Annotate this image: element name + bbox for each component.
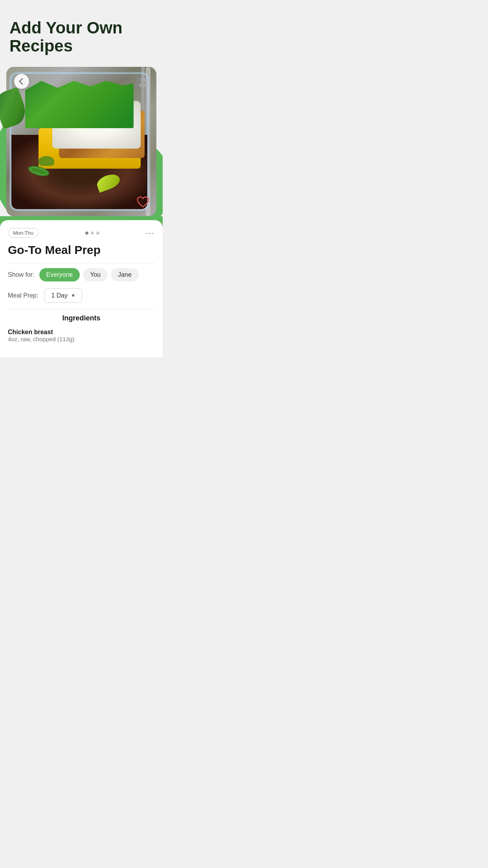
show-for-label: Show for: (8, 271, 35, 278)
svg-point-0 (136, 77, 141, 83)
meal-prep-label: Meal Prep: (8, 292, 38, 299)
divider-1 (8, 263, 155, 263)
filter-buttons: Everyone You Jane (39, 268, 139, 281)
dot-1 (85, 232, 88, 235)
meal-prep-select[interactable]: 1 Day ▼ (44, 289, 82, 303)
svg-point-1 (141, 77, 146, 83)
favorite-button[interactable] (136, 196, 150, 210)
ingredient-name: Chicken breast (8, 329, 155, 336)
page-dots (85, 232, 99, 235)
filter-jane-button[interactable]: Jane (111, 268, 139, 281)
dot-2 (91, 232, 94, 235)
divider-2 (8, 309, 155, 309)
ingredient-item: Chicken breast 4oz, raw, chopped (113g) (8, 329, 155, 342)
dropdown-arrow-icon: ▼ (71, 293, 75, 298)
filter-you-button[interactable]: You (83, 268, 108, 281)
food-image (6, 67, 156, 216)
more-options-button[interactable]: ··· (146, 228, 155, 237)
dot-3 (96, 232, 99, 235)
page-title: Add Your Own Recipes (9, 19, 153, 55)
ingredients-title: Ingredients (8, 314, 155, 322)
meal-prep-row: Meal Prep: 1 Day ▼ (8, 289, 155, 303)
day-badge: Mon-Thu (8, 228, 39, 238)
ingredient-detail: 4oz, raw, chopped (113g) (8, 336, 155, 342)
recipe-detail-card: Mon-Thu ··· Go-To Meal Prep Show for: Ev… (0, 220, 163, 357)
spinach-leaf-decoration (0, 90, 28, 130)
show-for-row: Show for: Everyone You Jane (8, 268, 155, 281)
meal-title: Go-To Meal Prep (8, 243, 155, 257)
ingredients-section: Ingredients Chicken breast 4oz, raw, cho… (8, 314, 155, 342)
people-icon[interactable] (134, 74, 149, 89)
filter-everyone-button[interactable]: Everyone (39, 268, 80, 281)
